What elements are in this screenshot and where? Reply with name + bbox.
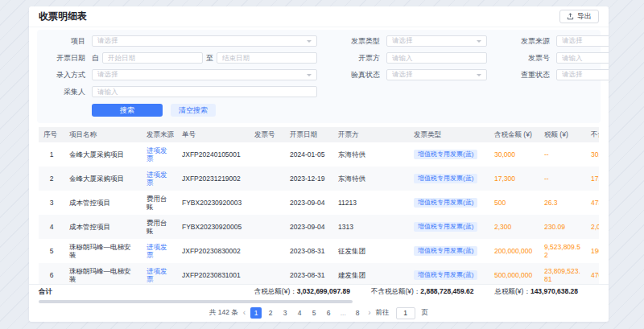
verify-status-filter-select[interactable]: 请选择 xyxy=(386,69,487,80)
cell-order-no: JXFP20230831001 xyxy=(177,263,250,284)
select-value: 请选择 xyxy=(562,36,609,46)
cell-issuer: 建发集团 xyxy=(333,263,409,284)
page-button[interactable]: 1 xyxy=(250,307,262,319)
cell-net: 30,000 xyxy=(586,142,599,167)
filter-label: 查重状态 xyxy=(508,70,550,80)
cell-date: 2024-01-05 xyxy=(285,142,333,167)
goto-page-input[interactable] xyxy=(396,307,415,319)
page-button[interactable]: 6 xyxy=(323,307,334,319)
invoice-type-badge: 增值税专用发票(蓝) xyxy=(414,246,477,256)
filter-field-project: 项目 请选择 xyxy=(43,35,317,47)
cell-tax: 26.3 xyxy=(539,191,586,215)
summary-bar: 合计 含税总额(¥)：3,032,699,097.89不含税总额(¥)：2,88… xyxy=(29,284,609,298)
cell-order-no: JXFP20230830002 xyxy=(177,239,250,263)
cell-no: 1 xyxy=(39,142,64,167)
column-header: 开票方 xyxy=(333,127,409,142)
invoice-source-filter-select[interactable]: 请选择 xyxy=(556,35,609,47)
cell-amount: 500 xyxy=(489,191,539,215)
invoice-source-link: 费用台账 xyxy=(147,195,167,211)
page-button[interactable]: 3 xyxy=(279,307,291,319)
next-page-button[interactable]: › xyxy=(368,307,370,319)
filter-label: 验真状态 xyxy=(338,70,380,80)
cell-project: 珠穆朗玛峰—电梯安装 xyxy=(64,239,142,263)
cell-type: 增值税专用发票(蓝) xyxy=(409,263,489,284)
invoice-source-link[interactable]: 进项发票 xyxy=(147,171,167,187)
cell-project: 金峰大厦采购项目 xyxy=(64,142,142,167)
project-filter-select[interactable]: 请选择 xyxy=(92,35,317,47)
invoice-date-start-input[interactable] xyxy=(102,52,203,64)
cell-project: 珠穆朗玛峰—电梯安装 xyxy=(64,263,142,284)
column-header: 序号 xyxy=(39,127,64,142)
cell-invoice-no xyxy=(250,263,285,284)
filter-actions: 搜索 清空搜索 xyxy=(92,104,568,117)
table-row: 2金峰大厦采购项目进项发票JXFP202312190022023-12-19东海… xyxy=(39,167,599,191)
page-button[interactable]: 4 xyxy=(294,307,305,319)
cell-date: 2023-08-31 xyxy=(285,263,333,284)
entry-method-filter-select[interactable]: 请选择 xyxy=(92,69,317,80)
summary-total-label: 合计 xyxy=(39,287,52,297)
filter-panel: 项目 请选择 发票类型 请选择 发票来源 请选择 xyxy=(37,30,601,123)
page-button[interactable]: 8 xyxy=(352,307,363,319)
chevron-down-icon xyxy=(307,40,312,43)
cell-amount: 500,000,000 xyxy=(489,263,539,284)
invoice-date-end-input[interactable] xyxy=(217,52,317,64)
chevron-down-icon xyxy=(477,74,481,76)
cell-no: 6 xyxy=(39,263,64,284)
table-row: 3成本管控项目费用台账FYBX202309200032023-09-041121… xyxy=(39,191,599,215)
page-list: 123456...8 xyxy=(250,307,363,319)
filter-field-issuer: 开票方 xyxy=(338,52,487,64)
page-button[interactable]: 2 xyxy=(265,307,276,319)
cell-tax: -- xyxy=(539,142,586,167)
filter-field-invoice-date: 开票日期 自 至 xyxy=(43,52,317,64)
cell-issuer: 东海特供 xyxy=(333,142,409,167)
cell-amount: 17,300 xyxy=(489,167,539,191)
column-header: 开票日期 xyxy=(285,127,333,142)
export-button[interactable]: 导出 xyxy=(559,10,599,23)
filter-field-invoice-no: 发票号 xyxy=(508,52,609,64)
horizontal-scrollbar xyxy=(39,298,599,304)
date-to-text: 至 xyxy=(206,53,213,64)
page-ellipsis: ... xyxy=(337,307,349,319)
invoice-source-link[interactable]: 进项发票 xyxy=(147,243,167,259)
dedup-status-filter-select[interactable]: 请选择 xyxy=(556,69,609,80)
collector-filter-input[interactable] xyxy=(92,86,317,97)
summary-items: 含税总额(¥)：3,032,699,097.89不含税总额(¥)：2,888,7… xyxy=(254,287,578,297)
scrollbar-thumb[interactable] xyxy=(39,300,353,303)
table-body: 1金峰大厦采购项目进项发票JXFP202401050012024-01-05东海… xyxy=(39,142,599,284)
cell-source: 进项发票 xyxy=(142,263,177,284)
cell-net: 190,476,190.48 xyxy=(586,239,599,263)
select-value: 请选择 xyxy=(562,70,609,80)
search-button[interactable]: 搜索 xyxy=(92,104,163,117)
invoice-source-link[interactable]: 进项发票 xyxy=(147,267,167,283)
page-title: 收票明细表 xyxy=(39,10,87,23)
clear-search-button[interactable]: 清空搜索 xyxy=(171,104,216,117)
cell-source: 费用台账 xyxy=(142,215,177,239)
cell-order-no: FYBX20230920003 xyxy=(177,191,250,215)
filter-label: 开票方 xyxy=(338,53,380,64)
cell-issuer: 1313 xyxy=(333,215,409,239)
title-bar: 收票明细表 导出 xyxy=(29,6,609,27)
filter-field-verify-status: 验真状态 请选择 xyxy=(338,69,487,80)
cell-date: 2023-09-04 xyxy=(285,215,333,239)
cell-tax: 9,523,809.52 xyxy=(539,239,586,263)
cell-tax: 23,809,523.81 xyxy=(539,263,586,284)
pagination-bar: 共 142 条 ‹ 123456...8 › 前往 页 xyxy=(29,304,609,322)
cell-no: 5 xyxy=(39,239,64,263)
chevron-down-icon xyxy=(307,74,312,76)
invoice-type-badge: 增值税专用发票(蓝) xyxy=(414,198,477,208)
cell-issuer: 东海特供 xyxy=(333,167,409,191)
issuer-filter-input[interactable] xyxy=(386,52,487,64)
page-button[interactable]: 5 xyxy=(308,307,320,319)
summary-item: 总税额(¥)：143,970,638.28 xyxy=(495,287,578,297)
table-row: 6珠穆朗玛峰—电梯安装进项发票JXFP202308310012023-08-31… xyxy=(39,263,599,284)
invoice-no-filter-input[interactable] xyxy=(556,52,609,64)
cell-amount: 30,000 xyxy=(489,142,539,167)
cell-order-no: JXFP20231219002 xyxy=(177,167,250,191)
chevron-down-icon xyxy=(477,40,481,43)
invoice-type-filter-select[interactable]: 请选择 xyxy=(386,35,487,47)
prev-page-button[interactable]: ‹ xyxy=(243,307,246,319)
invoice-type-badge: 增值税专用发票(蓝) xyxy=(414,174,477,183)
date-from-text: 自 xyxy=(92,53,99,64)
filter-field-invoice-type: 发票类型 请选择 xyxy=(338,35,487,47)
invoice-source-link[interactable]: 进项发票 xyxy=(147,146,167,162)
